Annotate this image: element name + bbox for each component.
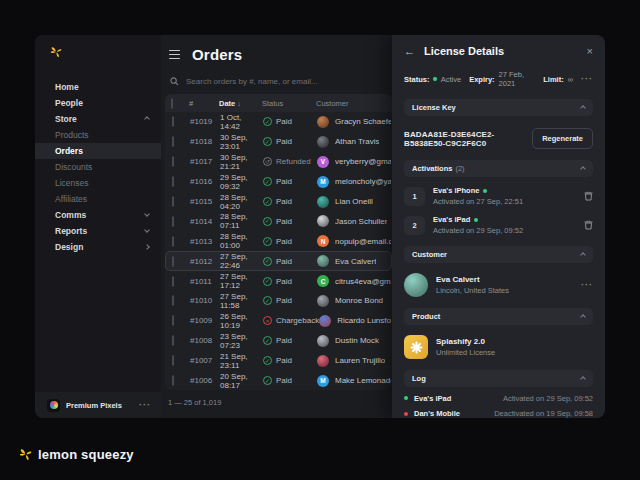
refunded-status-icon: ↺ <box>263 157 272 166</box>
order-date: 28 Sep, 01:00 <box>220 232 263 250</box>
customer-name: Lauren Trujillo <box>335 356 385 365</box>
status-text: Paid <box>276 336 292 345</box>
sidebar-item-reports[interactable]: Reports <box>35 223 161 239</box>
section-log[interactable]: Log <box>404 370 593 387</box>
order-number: #1008 <box>190 336 220 345</box>
order-date: 27 Sep, 17:12 <box>220 272 263 290</box>
table-row[interactable]: #100620 Sep, 08:17✓PaidMMake Lemonade <box>165 371 392 391</box>
row-checkbox[interactable] <box>172 256 174 267</box>
table-row[interactable]: #101830 Sep, 23:01✓PaidAthan Travis <box>165 132 392 152</box>
trash-icon[interactable] <box>584 220 593 230</box>
row-checkbox[interactable] <box>172 236 174 247</box>
section-product[interactable]: Product <box>404 308 593 325</box>
search-icon <box>170 77 179 86</box>
paid-status-icon: ✓ <box>263 117 272 126</box>
sidebar-item-people[interactable]: People <box>35 95 161 111</box>
sidebar-item-design[interactable]: Design <box>35 239 161 255</box>
row-checkbox[interactable] <box>172 315 174 326</box>
table-row[interactable]: #100823 Sep, 07:23✓PaidDustin Mock <box>165 331 392 351</box>
page-title: Orders <box>192 46 242 63</box>
order-status: ✓Paid <box>263 217 317 226</box>
order-customer: Ccitrus4eva@gmail.com <box>317 275 391 287</box>
table-row[interactable]: #100721 Sep, 23:11✓PaidLauren Trujillo <box>165 351 392 371</box>
collapse-icon[interactable] <box>580 376 586 382</box>
collapse-icon[interactable] <box>580 166 586 172</box>
order-number: #1016 <box>190 177 220 186</box>
select-all-checkbox[interactable] <box>171 98 173 109</box>
customer-name: Ricardo Lunsford <box>337 316 391 325</box>
menu-toggle-icon[interactable] <box>169 50 180 60</box>
status-text: Paid <box>276 277 292 286</box>
regenerate-button[interactable]: Regenerate <box>532 128 593 149</box>
customer-menu-icon[interactable]: ··· <box>581 283 593 287</box>
section-activations[interactable]: Activations (2) <box>404 160 593 177</box>
table-row[interactable]: #10191 Oct, 14:42✓PaidGracyn Schaefer <box>165 112 392 132</box>
sidebar-item-licenses[interactable]: Licenses <box>35 175 161 191</box>
sidebar-nav: HomePeopleStoreProductsOrdersDiscountsLi… <box>35 79 161 255</box>
column-customer[interactable]: Customer <box>316 99 392 108</box>
row-checkbox[interactable] <box>172 335 174 346</box>
sidebar-item-comms[interactable]: Comms <box>35 207 161 223</box>
table-row[interactable]: #101528 Sep, 04:20✓PaidLian Oneill <box>165 192 392 212</box>
status-text: Chargeback <box>276 316 319 325</box>
table-row[interactable]: #101127 Sep, 17:12✓PaidCcitrus4eva@gmail… <box>165 271 392 291</box>
collapse-icon[interactable] <box>580 314 586 320</box>
order-status: ✓Paid <box>263 277 317 286</box>
row-checkbox[interactable] <box>172 375 174 386</box>
chevron-down-icon <box>144 227 150 233</box>
order-number: #1018 <box>190 137 220 146</box>
sidebar-item-label: Affiliates <box>55 194 149 204</box>
customer-name: Make Lemonade <box>335 376 391 385</box>
row-checkbox[interactable] <box>172 276 174 287</box>
workspace-menu-icon[interactable]: ··· <box>139 403 151 407</box>
section-license-key[interactable]: License Key <box>404 99 593 116</box>
sidebar-item-affiliates[interactable]: Affiliates <box>35 191 161 207</box>
sidebar-item-orders[interactable]: Orders <box>35 143 161 159</box>
trash-icon[interactable] <box>584 191 593 201</box>
sidebar-item-store[interactable]: Store <box>35 111 161 127</box>
product-license: Unlimited License <box>436 348 593 357</box>
section-customer[interactable]: Customer <box>404 246 593 263</box>
table-row[interactable]: #101027 Sep, 11:58✓PaidMonroe Bond <box>165 291 392 311</box>
collapse-icon[interactable] <box>580 252 586 258</box>
table-row[interactable]: #100926 Sep, 10:19×ChargebackRicardo Lun… <box>165 311 392 331</box>
paid-status-icon: ✓ <box>263 197 272 206</box>
order-status: ✓Paid <box>263 137 317 146</box>
table-row[interactable]: #101428 Sep, 07:11✓PaidJason Schuller <box>165 211 392 231</box>
row-checkbox[interactable] <box>172 216 174 227</box>
workspace-switcher[interactable]: Premium Pixels ··· <box>35 392 161 418</box>
row-checkbox[interactable] <box>172 295 174 306</box>
license-key-value: BADAA81E-D3E64CE2-B5838E50-C9C2F6C0 <box>404 130 532 148</box>
row-checkbox[interactable] <box>172 176 174 187</box>
avatar: M <box>317 176 329 188</box>
row-checkbox[interactable] <box>172 156 174 167</box>
row-checkbox[interactable] <box>172 196 174 207</box>
sidebar-item-discounts[interactable]: Discounts <box>35 159 161 175</box>
row-checkbox[interactable] <box>172 355 174 366</box>
order-number: #1006 <box>190 376 220 385</box>
row-checkbox[interactable] <box>172 116 174 127</box>
row-checkbox[interactable] <box>172 136 174 147</box>
column-date[interactable]: Date ↓ <box>219 99 262 108</box>
collapse-icon[interactable] <box>580 105 586 111</box>
customer-name: meloncholy@yahoo.com <box>335 177 391 186</box>
sidebar-item-products[interactable]: Products <box>35 127 161 143</box>
order-status: ✓Paid <box>263 336 317 345</box>
activation-item: 2Eva's iPadActivated on 29 Sep, 09:52 <box>404 215 593 235</box>
back-icon[interactable]: ← <box>404 45 415 57</box>
close-icon[interactable]: × <box>587 45 593 57</box>
column-number[interactable]: # <box>189 99 219 108</box>
table-row[interactable]: #101227 Sep, 22:46✓PaidEva Calvert <box>165 251 392 271</box>
table-row[interactable]: #101328 Sep, 01:00✓PaidNnopulp@email.com <box>165 231 392 251</box>
table-row[interactable]: #101629 Sep, 09:32✓PaidMmeloncholy@yahoo… <box>165 172 392 192</box>
license-menu-icon[interactable]: ··· <box>581 77 593 81</box>
sidebar-item-home[interactable]: Home <box>35 79 161 95</box>
order-date: 28 Sep, 04:20 <box>220 193 263 211</box>
sidebar-item-label: Licenses <box>55 178 149 188</box>
column-status[interactable]: Status <box>262 99 316 108</box>
avatar: C <box>317 275 329 287</box>
table-header: # Date ↓ Status Customer <box>165 94 392 112</box>
search-input[interactable] <box>186 77 386 86</box>
activation-name: Eva's iPhone <box>433 186 576 195</box>
table-row[interactable]: #101730 Sep, 21:21↺RefundedVveryberry@gm… <box>165 152 392 172</box>
